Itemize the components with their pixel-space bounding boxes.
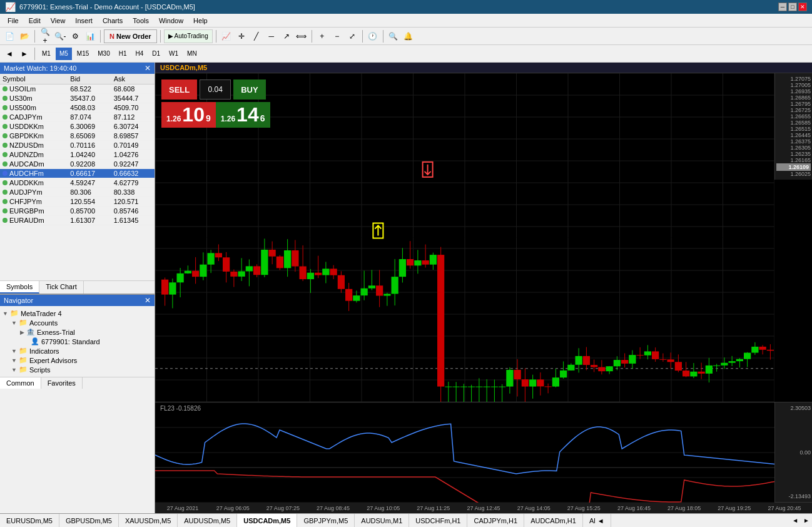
hline-button[interactable]: ─: [265, 29, 278, 43]
chart-symbol: USDCADm,M5: [160, 64, 207, 71]
bottom-tab[interactable]: Al ◄: [583, 514, 611, 528]
time-label: 27 Aug 06:05: [208, 505, 258, 511]
sep5: [312, 30, 312, 43]
nav-item[interactable]: ▶ 🏦 Exness-Trial: [0, 327, 155, 337]
zoom-in-button[interactable]: 🔍+: [38, 29, 52, 43]
scroll-left-button[interactable]: ◄: [3, 47, 16, 61]
indicator-add-button[interactable]: 📈: [220, 29, 233, 43]
menu-help[interactable]: Help: [188, 16, 213, 26]
list-item[interactable]: CADJPYm: [0, 113, 68, 122]
list-item[interactable]: AUDNZDm: [0, 150, 68, 160]
tf-m1[interactable]: M1: [38, 48, 54, 60]
list-item[interactable]: EURGBPm: [0, 207, 68, 216]
alert-button[interactable]: 🔔: [402, 29, 415, 43]
channel-button[interactable]: ⟺: [295, 29, 308, 43]
zoom-out-button[interactable]: 🔍-: [53, 29, 67, 43]
list-item[interactable]: USOILm: [0, 84, 68, 94]
new-order-button[interactable]: N New Order: [104, 29, 157, 43]
nav-item[interactable]: ▼ 📁 Indicators: [0, 346, 155, 356]
nav-item[interactable]: ▼ 📁 Expert Advisors: [0, 356, 155, 365]
list-item[interactable]: AUDJPYm: [0, 188, 68, 197]
market-watch-close[interactable]: ✕: [145, 64, 151, 73]
scroll-right-tab[interactable]: ►: [801, 517, 812, 524]
nav-tab-favorites[interactable]: Favorites: [41, 377, 83, 389]
menu-insert[interactable]: Insert: [70, 16, 98, 26]
list-item[interactable]: GBPDKKm: [0, 131, 68, 141]
nav-tab-common[interactable]: Common: [0, 377, 41, 389]
close-button[interactable]: ✕: [798, 3, 807, 11]
price-14: 1.26165: [776, 157, 811, 163]
list-item: 87.074: [68, 113, 111, 122]
tf-h4[interactable]: H4: [132, 48, 148, 60]
tf-m30[interactable]: M30: [94, 48, 113, 60]
clock-button[interactable]: 🕐: [366, 29, 380, 43]
bottom-tab[interactable]: XAUUSDm,M5: [119, 514, 178, 528]
navigator-close[interactable]: ✕: [145, 296, 151, 305]
list-item[interactable]: US30m: [0, 94, 68, 103]
crosshair-button[interactable]: ✛: [235, 29, 248, 43]
menu-file[interactable]: File: [3, 16, 24, 26]
list-item[interactable]: AUDCADm: [0, 160, 68, 169]
chart-main[interactable]: SELL 0.04 BUY 1.26 10 9 1.26: [155, 73, 812, 402]
sep2: [100, 30, 101, 43]
chart-type-button[interactable]: 📊: [83, 29, 97, 43]
bottom-tab[interactable]: USDCHFm,H1: [409, 514, 467, 528]
nav-item[interactable]: ▼ 📁 Accounts: [0, 318, 155, 327]
new-chart-button[interactable]: 📄: [3, 29, 16, 43]
nav-item[interactable]: ▼ 📁 Scripts: [0, 365, 155, 374]
tf-mn[interactable]: MN: [183, 48, 201, 60]
maximize-button[interactable]: □: [788, 3, 797, 11]
auto-trading-label: AutoTrading: [175, 33, 208, 39]
menu-charts[interactable]: Charts: [98, 16, 128, 26]
indicator-axis: 2.30503 0.00 -2.13493: [774, 402, 812, 502]
list-item[interactable]: USDDKKm: [0, 122, 68, 131]
buy-button[interactable]: BUY: [233, 79, 265, 100]
fit-button[interactable]: ⤢: [345, 29, 359, 43]
tree-icon: 📁: [19, 356, 28, 364]
scroll-right-button[interactable]: ►: [18, 47, 31, 61]
open-button[interactable]: 📂: [18, 29, 31, 43]
qty-input[interactable]: 0.04: [200, 79, 231, 100]
tf-w1[interactable]: W1: [165, 48, 182, 60]
bottom-tab[interactable]: CADJPYm,H1: [467, 514, 524, 528]
bottom-tab[interactable]: AUDSUm,M1: [355, 514, 409, 528]
minimize-button[interactable]: ─: [778, 3, 787, 11]
price-9: 1.26515: [776, 126, 811, 132]
bottom-tab[interactable]: USDCADm,M5: [237, 514, 297, 528]
tf-m5[interactable]: M5: [56, 48, 72, 60]
trend-button[interactable]: ↗: [280, 29, 293, 43]
toolbar2: ◄ ► M1 M5 M15 M30 H1 H4 D1 W1 MN: [0, 45, 812, 63]
bottom-tab[interactable]: EURUSDm,M5: [0, 514, 59, 528]
bottom-tab[interactable]: AUDCADm,H1: [524, 514, 583, 528]
list-item[interactable]: CHFJPYm: [0, 197, 68, 207]
line-button[interactable]: ╱: [250, 29, 263, 43]
auto-trading-button[interactable]: ▶ AutoTrading: [164, 29, 213, 43]
list-item[interactable]: AUDDKKm: [0, 178, 68, 188]
mw-tab-symbols[interactable]: Symbols: [0, 281, 39, 294]
menu-tools[interactable]: Tools: [128, 16, 154, 26]
zoom-minus-button[interactable]: −: [330, 29, 344, 43]
search-button[interactable]: 🔍: [387, 29, 400, 43]
time-label: 27 Aug 20:45: [759, 505, 809, 511]
bottom-tab[interactable]: GBPJPYm,M5: [297, 514, 355, 528]
list-item[interactable]: AUDCHFm: [0, 169, 68, 178]
tf-m15[interactable]: M15: [73, 48, 93, 60]
bottom-tab[interactable]: AUDUSDm,M5: [178, 514, 237, 528]
menu-window[interactable]: Window: [154, 16, 188, 26]
mw-tab-tick[interactable]: Tick Chart: [39, 281, 84, 294]
tf-h1[interactable]: H1: [115, 48, 131, 60]
scroll-left-tab[interactable]: ◄: [789, 517, 801, 524]
zoom-plus-button[interactable]: +: [315, 29, 329, 43]
sell-button[interactable]: SELL: [161, 79, 197, 100]
list-item[interactable]: US500m: [0, 103, 68, 113]
tf-d1[interactable]: D1: [148, 48, 164, 60]
list-item[interactable]: NZDUSDm: [0, 141, 68, 150]
nav-item[interactable]: 👤 6779901: Standard: [0, 337, 155, 346]
tree-icon: 📁: [19, 347, 28, 355]
nav-item[interactable]: ▼ 📁 MetaTrader 4: [0, 309, 155, 318]
properties-button[interactable]: ⚙: [68, 29, 82, 43]
menu-edit[interactable]: Edit: [24, 16, 46, 26]
list-item[interactable]: EURAUDm: [0, 216, 68, 225]
bottom-tab[interactable]: GBPUSDm,M5: [59, 514, 119, 528]
menu-view[interactable]: View: [46, 16, 71, 26]
